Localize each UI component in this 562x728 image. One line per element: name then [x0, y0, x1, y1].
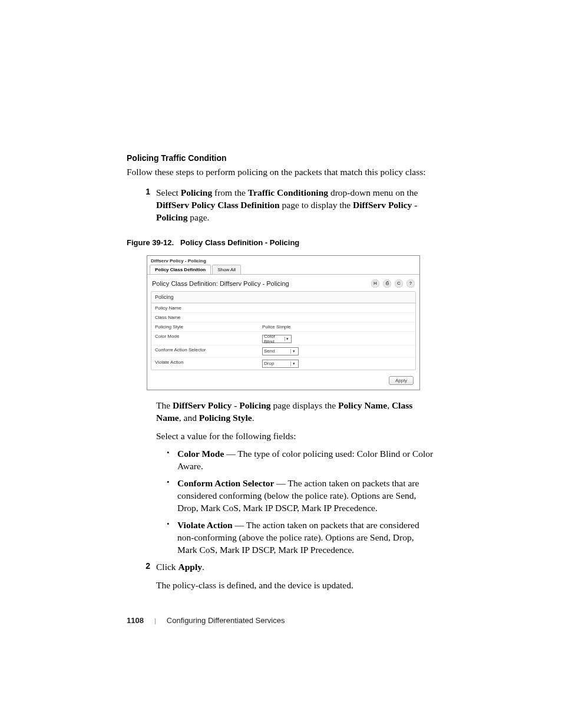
row-policing-style: Policing Style Police Simple [151, 322, 415, 331]
t: Policing Style [199, 413, 252, 423]
row-class-name: Class Name [151, 312, 415, 322]
label: Class Name [151, 313, 259, 322]
t: page. [187, 212, 209, 222]
bullet-body: Conform Action Selector — The action tak… [177, 477, 435, 515]
label: Color Mode [151, 332, 259, 345]
label: Conform Action Selector [151, 345, 259, 357]
step-body: Select Policing from the Traffic Conditi… [156, 187, 435, 224]
select-value: Send [264, 348, 275, 354]
label: Violate Action [151, 358, 259, 370]
breadcrumb: Diffserv Policy - Policing [147, 256, 419, 265]
help-icon[interactable]: ? [406, 279, 415, 288]
step-2: 2 Click Apply. [137, 561, 435, 574]
t: page displays the [271, 400, 339, 410]
t: Conform Action Selector [177, 478, 274, 488]
toolbar-icons: H ⎙ C ? [371, 279, 415, 288]
t: page to display the [280, 200, 353, 210]
value [259, 313, 415, 322]
t: Click [156, 562, 178, 572]
list-item: • Violate Action — The action taken on p… [167, 519, 435, 556]
t: drop-down menu on the [328, 187, 418, 197]
step-number: 1 [137, 187, 156, 196]
after-figure-paragraph: The DiffServ Policy - Policing page disp… [156, 400, 435, 424]
t: Select [156, 187, 181, 197]
section-heading: Policing Traffic Condition [127, 153, 435, 163]
chevron-down-icon: ▾ [290, 361, 297, 366]
policing-section: Policing Policy Name Class Name Policing… [151, 291, 416, 370]
label: Policy Name [151, 304, 259, 312]
tab-policy-class-definition[interactable]: Policy Class Definition [150, 265, 211, 274]
chevron-down-icon: ▾ [285, 337, 290, 341]
row-color-mode: Color Mode Color Blind▾ [151, 331, 415, 345]
page-footer: 1108 | Configuring Differentiated Servic… [127, 616, 285, 625]
step-body: Click Apply. [156, 561, 435, 574]
bullet-icon: • [167, 448, 177, 458]
tab-strip: Policy Class Definition Show All [147, 265, 419, 275]
bullet-body: Violate Action — The action taken on pac… [177, 519, 435, 556]
section-header: Policing [151, 292, 415, 303]
bullet-icon: • [167, 477, 177, 487]
step-number: 2 [137, 561, 156, 571]
value: Police Simple [259, 322, 415, 331]
list-item: • Color Mode — The type of color policin… [167, 448, 435, 473]
t: . [202, 562, 204, 572]
t: Traffic Conditioning [248, 187, 328, 197]
t: The [156, 400, 173, 410]
t: Violate Action [177, 520, 233, 530]
refresh-icon[interactable]: C [395, 279, 403, 288]
figure-caption: Figure 39-12. Policy Class Definition - … [127, 238, 435, 247]
select-value: Drop [264, 361, 274, 366]
tab-show-all[interactable]: Show All [212, 265, 241, 274]
t: DiffServ Policy Class Definition [156, 200, 280, 210]
bullet-list: • Color Mode — The type of color policin… [167, 448, 435, 556]
row-violate-action: Violate Action Drop▾ [151, 357, 415, 370]
bullet-body: Color Mode — The type of color policing … [177, 448, 435, 473]
select-line: Select a value for the following fields: [156, 430, 435, 443]
step-1: 1 Select Policing from the Traffic Condi… [137, 187, 435, 224]
t: Apply [178, 562, 202, 572]
page-number: 1108 [127, 616, 144, 625]
t: Color Mode [177, 449, 224, 459]
page-title: Policy Class Definition: Diffserv Policy… [152, 280, 289, 287]
list-item: • Conform Action Selector — The action t… [167, 477, 435, 515]
intro-paragraph: Follow these steps to perform policing o… [127, 166, 435, 179]
bullet-icon: • [167, 519, 177, 529]
apply-button[interactable]: Apply [389, 376, 414, 385]
conform-action-select[interactable]: Send▾ [262, 347, 299, 355]
chevron-down-icon: ▾ [290, 349, 297, 354]
t: DiffServ Policy - Policing [173, 400, 271, 410]
figure-number: Figure 39-12. [127, 238, 174, 247]
save-icon[interactable]: H [371, 279, 379, 288]
screenshot-panel: Diffserv Policy - Policing Policy Class … [147, 255, 420, 390]
print-icon[interactable]: ⎙ [383, 279, 391, 288]
t: Policy Name [338, 400, 387, 410]
t: . [252, 413, 254, 423]
t: , and [179, 413, 199, 423]
t: from the [212, 187, 248, 197]
violate-action-select[interactable]: Drop▾ [262, 360, 299, 368]
color-mode-select[interactable]: Color Blind▾ [262, 335, 292, 343]
row-policy-name: Policy Name [151, 304, 415, 312]
row-conform-action: Conform Action Selector Send▾ [151, 345, 415, 357]
separator-icon: | [154, 617, 156, 624]
select-value: Color Blind [264, 334, 282, 344]
closing-paragraph: The policy-class is defined, and the dev… [156, 579, 435, 592]
t: Policing [181, 187, 212, 197]
footer-chapter: Configuring Differentiated Services [167, 616, 285, 625]
t: , [387, 400, 392, 410]
label: Policing Style [151, 322, 259, 331]
figure-title: Policy Class Definition - Policing [180, 238, 299, 247]
value [259, 304, 415, 312]
